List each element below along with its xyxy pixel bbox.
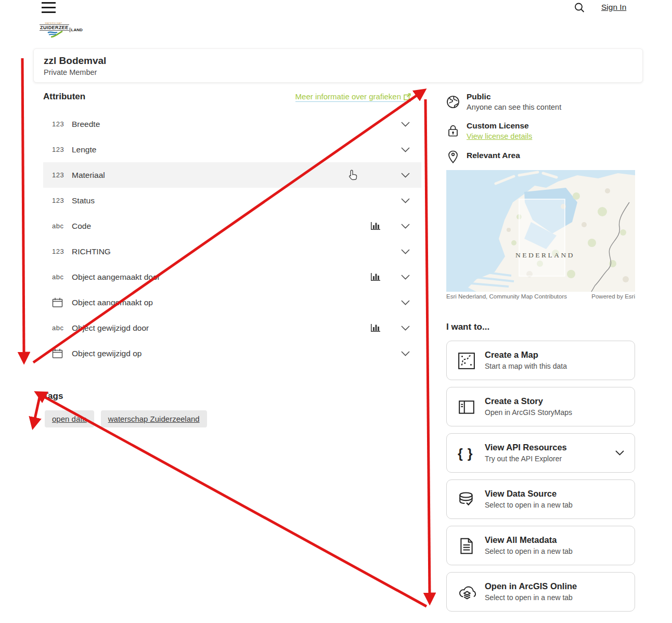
attribute-row[interactable]: 123 Status <box>43 188 421 213</box>
hand-cursor-icon <box>346 170 358 183</box>
attribute-label: Object aangemaakt door <box>72 272 160 282</box>
attribute-label: Object aangemaakt op <box>72 298 153 307</box>
relevant-area-title: Relevant Area <box>467 151 520 160</box>
attribute-row[interactable]: 123 Lengte <box>43 137 421 162</box>
lock-icon <box>447 124 461 138</box>
attribute-row[interactable]: 123 Materiaal <box>43 162 421 188</box>
field-type-icon: 123 <box>52 171 68 179</box>
chevron-down-icon[interactable] <box>401 275 410 280</box>
create-story-icon <box>458 398 475 416</box>
action-card-title: Create a Map <box>485 350 538 360</box>
arrow-right-vertical <box>425 99 430 594</box>
action-card-subtitle: Select to open in a new tab <box>485 547 573 555</box>
page: Sign In WATERSCHAP ZUIDERZEE LAND zzl Bo… <box>0 0 672 623</box>
chevron-down-icon[interactable] <box>615 450 624 456</box>
field-type-icon: abc <box>52 222 68 230</box>
action-card-database[interactable]: View Data Source Select to open in a new… <box>446 479 635 519</box>
attribute-label: Object gewijzigd door <box>72 323 149 333</box>
globe-icon <box>446 95 460 109</box>
field-type-icon <box>52 348 68 359</box>
chevron-down-icon[interactable] <box>401 249 410 254</box>
access-title: Public <box>467 92 491 101</box>
attribute-label: Breedte <box>72 120 100 129</box>
field-type-icon: 123 <box>52 197 68 204</box>
field-type-icon: 123 <box>52 248 68 255</box>
bar-chart-icon <box>370 220 381 231</box>
chevron-down-icon[interactable] <box>401 326 410 331</box>
arrow-tags-short <box>35 397 40 419</box>
field-type-icon: abc <box>52 273 68 281</box>
action-card-document[interactable]: View All Metadata Select to open in a ne… <box>446 526 635 565</box>
access-description: Anyone can see this content <box>467 103 561 111</box>
attribute-label: Object gewijzigd op <box>72 349 141 358</box>
chevron-down-icon[interactable] <box>401 224 410 229</box>
data-source-icon <box>458 491 475 509</box>
arcgis-online-cloud-icon <box>458 583 476 601</box>
tags-heading: Tags <box>43 391 63 401</box>
attributes-heading: Attributen <box>43 92 85 102</box>
i-want-to-heading: I want to... <box>446 322 489 332</box>
action-card-subtitle: Select to open in a new tab <box>485 593 573 602</box>
attribute-label: Code <box>72 222 91 231</box>
field-type-icon <box>52 297 68 308</box>
bar-chart-icon <box>370 322 381 333</box>
tag-pill[interactable]: open data <box>45 410 94 427</box>
license-details-link[interactable]: View license details <box>467 132 532 140</box>
extent-rectangle <box>519 199 565 276</box>
action-card-title: Create a Story <box>485 396 543 406</box>
calendar-icon <box>52 348 63 359</box>
map-attribution: Esri Nederland, Community Map Contributo… <box>446 293 567 300</box>
action-card-story[interactable]: Create a Story Open in ArcGIS StoryMaps <box>446 387 635 426</box>
chevron-down-icon[interactable] <box>401 147 410 152</box>
metadata-document-icon <box>458 537 475 555</box>
map-powered-by: Powered by Esri <box>591 293 635 300</box>
chevron-down-icon[interactable] <box>401 173 410 178</box>
sidebar: Public Anyone can see this content Custo… <box>446 0 635 623</box>
action-card-cloud[interactable]: Open in ArcGIS Online Select to open in … <box>446 572 635 612</box>
attribute-label: Status <box>72 196 95 205</box>
map-pin-icon <box>448 150 461 164</box>
action-card-title: View API Resources <box>485 443 567 452</box>
chevron-down-icon[interactable] <box>401 300 410 305</box>
chevron-down-icon[interactable] <box>401 198 410 203</box>
charts-info-link-label: Meer informatie over grafieken <box>295 92 401 101</box>
tags-list: open datawaterschap Zuiderzeeland <box>45 410 207 427</box>
field-type-icon: 123 <box>52 120 68 128</box>
api-braces-icon: { } <box>458 445 475 462</box>
attribute-row[interactable]: Object aangemaakt op <box>43 290 421 315</box>
charts-info-link[interactable]: Meer informatie over grafieken <box>295 92 411 102</box>
field-type-icon: 123 <box>52 146 68 153</box>
action-card-title: Open in ArcGIS Online <box>485 581 577 591</box>
attribute-label: Lengte <box>72 145 96 154</box>
create-map-icon <box>458 352 475 370</box>
main-column: Attributen Meer informatie over grafieke… <box>43 0 421 623</box>
attribute-label: RICHTING <box>72 247 111 256</box>
map-country-label: NEDERLAND <box>515 251 575 259</box>
tag-pill[interactable]: waterschap Zuiderzeeland <box>101 410 207 427</box>
attributes-list: 123 Breedte 123 <box>43 111 421 366</box>
arrow-left-vertical <box>22 58 24 353</box>
action-card-title: View All Metadata <box>485 535 557 545</box>
attribute-row[interactable]: 123 Breedte <box>43 111 421 137</box>
action-card-subtitle: Try out the API Explorer <box>485 455 562 463</box>
attribute-row[interactable]: abc Object aangemaakt door <box>43 264 421 290</box>
chevron-down-icon[interactable] <box>401 122 410 127</box>
chevron-down-icon[interactable] <box>401 351 410 356</box>
attribute-row[interactable]: abc Code <box>43 213 421 239</box>
action-card-subtitle: Open in ArcGIS StoryMaps <box>485 408 572 417</box>
license-title: Custom License <box>467 121 529 131</box>
action-card-title: View Data Source <box>485 489 557 499</box>
attribute-row[interactable]: 123 RICHTING <box>43 239 421 264</box>
calendar-icon <box>52 297 63 308</box>
action-card-subtitle: Start a map with this data <box>485 362 567 370</box>
attribute-row[interactable]: Object gewijzigd op <box>43 341 421 366</box>
attribute-label: Materiaal <box>72 171 105 180</box>
action-card-map[interactable]: Create a Map Start a map with this data <box>446 341 635 380</box>
bar-chart-icon <box>370 271 381 282</box>
attribute-row[interactable]: abc Object gewijzigd door <box>43 315 421 341</box>
action-card-api[interactable]: { } View API R <box>446 433 635 473</box>
relevant-area-map[interactable]: NEDERLAND <box>446 170 635 292</box>
action-card-subtitle: Select to open in a new tab <box>485 501 573 509</box>
field-type-icon: abc <box>52 324 68 332</box>
external-link-icon <box>404 93 411 100</box>
